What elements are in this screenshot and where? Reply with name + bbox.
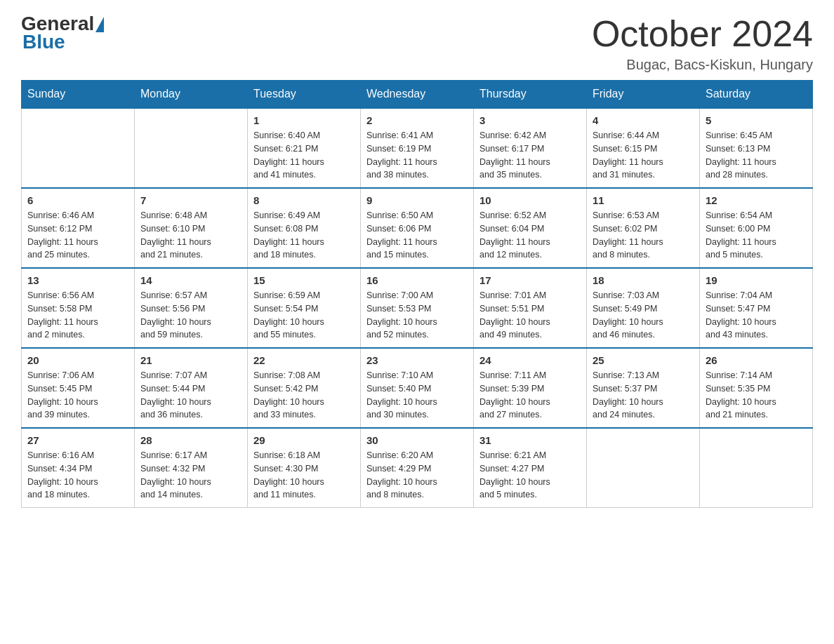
calendar-table: SundayMondayTuesdayWednesdayThursdayFrid… [21, 80, 813, 508]
calendar-day-cell: 13Sunrise: 6:56 AMSunset: 5:58 PMDayligh… [22, 268, 135, 348]
calendar-day-cell [700, 428, 813, 508]
calendar-day-cell: 7Sunrise: 6:48 AMSunset: 6:10 PMDaylight… [135, 188, 248, 268]
calendar-day-header: Wednesday [361, 81, 474, 109]
day-number: 28 [140, 434, 241, 446]
calendar-day-cell: 11Sunrise: 6:53 AMSunset: 6:02 PMDayligh… [587, 188, 700, 268]
day-number: 27 [27, 434, 128, 446]
day-number: 14 [140, 274, 241, 286]
day-number: 4 [593, 114, 694, 126]
day-number: 11 [593, 194, 694, 206]
day-number: 17 [479, 274, 581, 286]
day-number: 18 [593, 274, 694, 286]
calendar-week-row: 1Sunrise: 6:40 AMSunset: 6:21 PMDaylight… [22, 108, 813, 188]
day-number: 30 [366, 434, 468, 446]
day-info: Sunrise: 6:17 AMSunset: 4:32 PMDaylight:… [140, 449, 241, 502]
calendar-week-row: 20Sunrise: 7:06 AMSunset: 5:45 PMDayligh… [22, 348, 813, 428]
calendar-day-cell: 2Sunrise: 6:41 AMSunset: 6:19 PMDaylight… [361, 108, 474, 188]
day-number: 15 [253, 274, 355, 286]
day-info: Sunrise: 6:41 AMSunset: 6:19 PMDaylight:… [366, 129, 468, 182]
day-info: Sunrise: 6:42 AMSunset: 6:17 PMDaylight:… [479, 129, 581, 182]
day-number: 24 [479, 354, 581, 366]
calendar-header: SundayMondayTuesdayWednesdayThursdayFrid… [22, 81, 813, 109]
page-title: October 2024 [592, 14, 813, 54]
calendar-day-cell: 20Sunrise: 7:06 AMSunset: 5:45 PMDayligh… [22, 348, 135, 428]
day-number: 16 [366, 274, 468, 286]
calendar-day-cell: 16Sunrise: 7:00 AMSunset: 5:53 PMDayligh… [361, 268, 474, 348]
day-info: Sunrise: 6:48 AMSunset: 6:10 PMDaylight:… [140, 209, 241, 262]
calendar-day-cell: 23Sunrise: 7:10 AMSunset: 5:40 PMDayligh… [361, 348, 474, 428]
day-info: Sunrise: 7:08 AMSunset: 5:42 PMDaylight:… [253, 369, 355, 422]
calendar-day-cell: 14Sunrise: 6:57 AMSunset: 5:56 PMDayligh… [135, 268, 248, 348]
day-info: Sunrise: 7:04 AMSunset: 5:47 PMDaylight:… [706, 289, 807, 342]
calendar-day-cell: 29Sunrise: 6:18 AMSunset: 4:30 PMDayligh… [248, 428, 361, 508]
calendar-day-cell: 26Sunrise: 7:14 AMSunset: 5:35 PMDayligh… [700, 348, 813, 428]
logo-triangle-icon [95, 17, 104, 32]
calendar-day-cell: 8Sunrise: 6:49 AMSunset: 6:08 PMDaylight… [248, 188, 361, 268]
day-number: 29 [253, 434, 355, 446]
day-number: 26 [706, 354, 807, 366]
calendar-day-cell: 12Sunrise: 6:54 AMSunset: 6:00 PMDayligh… [700, 188, 813, 268]
day-number: 2 [366, 114, 468, 126]
day-info: Sunrise: 6:54 AMSunset: 6:00 PMDaylight:… [706, 209, 807, 262]
calendar-day-cell: 3Sunrise: 6:42 AMSunset: 6:17 PMDaylight… [474, 108, 587, 188]
calendar-day-cell: 31Sunrise: 6:21 AMSunset: 4:27 PMDayligh… [474, 428, 587, 508]
day-info: Sunrise: 6:21 AMSunset: 4:27 PMDaylight:… [479, 449, 581, 502]
calendar-day-header: Saturday [700, 81, 813, 109]
calendar-day-header: Thursday [474, 81, 587, 109]
day-info: Sunrise: 6:50 AMSunset: 6:06 PMDaylight:… [366, 209, 468, 262]
day-number: 23 [366, 354, 468, 366]
calendar-day-cell: 21Sunrise: 7:07 AMSunset: 5:44 PMDayligh… [135, 348, 248, 428]
day-number: 21 [140, 354, 241, 366]
logo: General Blue [21, 14, 104, 53]
location-subtitle: Bugac, Bacs-Kiskun, Hungary [592, 57, 813, 73]
calendar-day-header: Friday [587, 81, 700, 109]
day-number: 6 [27, 194, 128, 206]
calendar-day-cell: 28Sunrise: 6:17 AMSunset: 4:32 PMDayligh… [135, 428, 248, 508]
calendar-week-row: 27Sunrise: 6:16 AMSunset: 4:34 PMDayligh… [22, 428, 813, 508]
day-number: 25 [593, 354, 694, 366]
day-number: 1 [253, 114, 355, 126]
calendar-header-row: SundayMondayTuesdayWednesdayThursdayFrid… [22, 81, 813, 109]
day-info: Sunrise: 7:11 AMSunset: 5:39 PMDaylight:… [479, 369, 581, 422]
day-info: Sunrise: 6:57 AMSunset: 5:56 PMDaylight:… [140, 289, 241, 342]
day-number: 5 [706, 114, 807, 126]
page-header: General Blue October 2024 Bugac, Bacs-Ki… [21, 14, 813, 73]
day-number: 10 [479, 194, 581, 206]
day-info: Sunrise: 6:59 AMSunset: 5:54 PMDaylight:… [253, 289, 355, 342]
day-info: Sunrise: 7:03 AMSunset: 5:49 PMDaylight:… [593, 289, 694, 342]
calendar-day-header: Sunday [22, 81, 135, 109]
day-info: Sunrise: 6:45 AMSunset: 6:13 PMDaylight:… [706, 129, 807, 182]
day-number: 7 [140, 194, 241, 206]
day-number: 8 [253, 194, 355, 206]
day-info: Sunrise: 7:06 AMSunset: 5:45 PMDaylight:… [27, 369, 128, 422]
day-number: 13 [27, 274, 128, 286]
day-info: Sunrise: 6:20 AMSunset: 4:29 PMDaylight:… [366, 449, 468, 502]
calendar-day-cell [135, 108, 248, 188]
day-info: Sunrise: 6:49 AMSunset: 6:08 PMDaylight:… [253, 209, 355, 262]
calendar-day-header: Monday [135, 81, 248, 109]
day-number: 22 [253, 354, 355, 366]
day-number: 31 [479, 434, 581, 446]
day-info: Sunrise: 6:53 AMSunset: 6:02 PMDaylight:… [593, 209, 694, 262]
day-info: Sunrise: 6:18 AMSunset: 4:30 PMDaylight:… [253, 449, 355, 502]
calendar-day-cell: 6Sunrise: 6:46 AMSunset: 6:12 PMDaylight… [22, 188, 135, 268]
logo-blue-text: Blue [22, 31, 65, 53]
day-info: Sunrise: 6:56 AMSunset: 5:58 PMDaylight:… [27, 289, 128, 342]
calendar-week-row: 13Sunrise: 6:56 AMSunset: 5:58 PMDayligh… [22, 268, 813, 348]
title-area: October 2024 Bugac, Bacs-Kiskun, Hungary [592, 14, 813, 73]
calendar-body: 1Sunrise: 6:40 AMSunset: 6:21 PMDaylight… [22, 108, 813, 508]
calendar-day-cell [587, 428, 700, 508]
calendar-day-cell: 18Sunrise: 7:03 AMSunset: 5:49 PMDayligh… [587, 268, 700, 348]
day-number: 9 [366, 194, 468, 206]
calendar-day-cell: 30Sunrise: 6:20 AMSunset: 4:29 PMDayligh… [361, 428, 474, 508]
day-number: 3 [479, 114, 581, 126]
day-info: Sunrise: 7:00 AMSunset: 5:53 PMDaylight:… [366, 289, 468, 342]
calendar-day-cell: 22Sunrise: 7:08 AMSunset: 5:42 PMDayligh… [248, 348, 361, 428]
day-number: 12 [706, 194, 807, 206]
day-info: Sunrise: 7:10 AMSunset: 5:40 PMDaylight:… [366, 369, 468, 422]
day-number: 19 [706, 274, 807, 286]
day-number: 20 [27, 354, 128, 366]
calendar-day-cell [22, 108, 135, 188]
calendar-day-cell: 5Sunrise: 6:45 AMSunset: 6:13 PMDaylight… [700, 108, 813, 188]
day-info: Sunrise: 7:07 AMSunset: 5:44 PMDaylight:… [140, 369, 241, 422]
